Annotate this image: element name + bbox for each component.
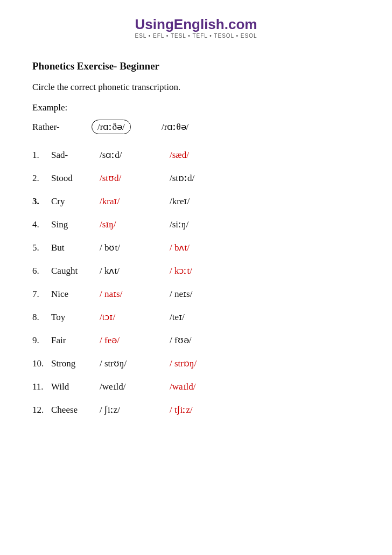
item-option2: /stɒːd/: [170, 172, 194, 184]
item-option1: / bʊt/: [100, 242, 170, 253]
item-option2: / kɔːt/: [170, 265, 192, 276]
item-number: 11.: [32, 381, 51, 392]
item-option1: /kraɪ/: [100, 196, 170, 207]
item-word: Fair: [51, 335, 100, 346]
item-word: Nice: [51, 289, 100, 300]
item-number: 5.: [32, 242, 51, 253]
item-number: 9.: [32, 335, 51, 346]
item-option1: / strʊŋ/: [100, 358, 170, 369]
exercise-item: 11.Wild/weɪld//waɪld/: [32, 381, 360, 392]
item-number: 6.: [32, 266, 51, 276]
site-title: UsingEnglish.com: [32, 16, 360, 33]
exercise-item: 9.Fair/ feə// fʊə/: [32, 335, 360, 346]
item-word: Strong: [51, 358, 100, 369]
exercise-item: 12.Cheese/ ʃiːz// tʃiːz/: [32, 404, 360, 415]
page-header: UsingEnglish.com ESL • EFL • TESL • TEFL…: [32, 16, 360, 39]
item-option1: / feə/: [100, 335, 170, 346]
example-option2: /rɑːθə/: [162, 121, 188, 133]
example-word: Rather-: [32, 122, 92, 133]
item-option1: /tɔɪ/: [100, 311, 170, 323]
item-word: Sing: [51, 219, 100, 230]
item-word: Caught: [51, 266, 100, 276]
item-option2: /sæd/: [170, 150, 189, 161]
item-option1: /stʊd/: [100, 172, 170, 184]
item-option2: /kreɪ/: [170, 196, 190, 207]
item-number: 8.: [32, 312, 51, 323]
item-word: Cry: [51, 196, 100, 207]
site-subtitle: ESL • EFL • TESL • TEFL • TESOL • ESOL: [32, 33, 360, 39]
item-option1: /weɪld/: [100, 381, 170, 392]
item-word: Wild: [51, 381, 100, 392]
item-number: 10.: [32, 358, 51, 369]
item-number: 3.: [32, 196, 51, 207]
exercise-item: 6.Caught/ kʌt// kɔːt/: [32, 265, 360, 276]
item-number: 4.: [32, 219, 51, 230]
item-option2: / tʃiːz/: [170, 404, 193, 415]
example-option1: /rɑːðə/: [92, 120, 162, 134]
item-number: 7.: [32, 289, 51, 300]
item-option1: /sɑːd/: [100, 149, 170, 161]
item-option1: / kʌt/: [100, 265, 170, 276]
item-option2: /siːŋ/: [170, 219, 188, 230]
example-label: Example:: [32, 102, 360, 113]
item-option2: /teɪ/: [170, 311, 185, 323]
item-word: Stood: [51, 173, 100, 184]
item-option2: / strɒŋ/: [170, 358, 197, 369]
item-number: 12.: [32, 405, 51, 415]
item-option1: / naɪs/: [100, 288, 170, 300]
exercise-item: 8.Toy/tɔɪ//teɪ/: [32, 311, 360, 323]
item-option2: / fʊə/: [170, 335, 191, 346]
item-word: Sad-: [51, 150, 100, 161]
item-number: 1.: [32, 150, 51, 161]
item-option2: /waɪld/: [170, 381, 196, 392]
item-option1: / ʃiːz/: [100, 404, 170, 415]
exercise-item: 4.Sing/sɪŋ//siːŋ/: [32, 219, 360, 230]
item-word: Toy: [51, 312, 100, 323]
exercise-list: 1.Sad-/sɑːd//sæd/2.Stood/stʊd//stɒːd/3.C…: [32, 149, 360, 415]
item-word: Cheese: [51, 405, 100, 415]
item-option2: / bʌt/: [170, 242, 190, 253]
item-word: But: [51, 242, 100, 253]
exercise-item: 7.Nice/ naɪs// neɪs/: [32, 288, 360, 300]
item-number: 2.: [32, 173, 51, 184]
example-row: Rather- /rɑːðə/ /rɑːθə/: [32, 120, 360, 134]
exercise-item: 10.Strong/ strʊŋ// strɒŋ/: [32, 358, 360, 369]
exercise-item: 2.Stood/stʊd//stɒːd/: [32, 172, 360, 184]
item-option1: /sɪŋ/: [100, 219, 170, 230]
exercise-item: 5.But/ bʊt// bʌt/: [32, 242, 360, 253]
exercise-item: 1.Sad-/sɑːd//sæd/: [32, 149, 360, 161]
instructions: Circle the correct phonetic transcriptio…: [32, 82, 360, 93]
exercise-item: 3.Cry/kraɪ//kreɪ/: [32, 196, 360, 207]
page-title: Phonetics Exercise- Beginner: [32, 60, 360, 72]
example-option1-circled: /rɑːðə/: [92, 120, 131, 134]
item-option2: / neɪs/: [170, 288, 192, 300]
